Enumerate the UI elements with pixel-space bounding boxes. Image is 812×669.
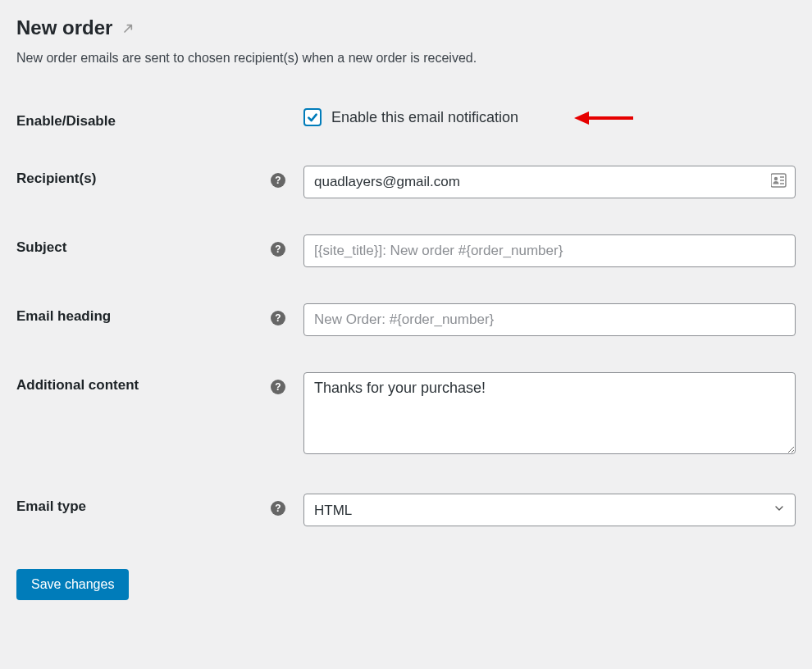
field-email-type-label: Email type — [16, 494, 271, 515]
return-arrow-icon[interactable] — [121, 20, 137, 36]
enable-checkbox-label: Enable this email notification — [331, 109, 518, 126]
annotation-arrow-icon — [574, 110, 633, 130]
field-recipients-label: Recipient(s) — [16, 166, 271, 187]
submit-row: Save changes — [16, 569, 796, 600]
additional-content-textarea[interactable] — [303, 372, 796, 454]
help-icon[interactable]: ? — [271, 501, 285, 516]
email-type-select[interactable]: HTML — [303, 494, 796, 526]
page-header: New order New order emails are sent to c… — [16, 16, 796, 66]
field-email-type: Email type ? HTML — [16, 476, 796, 544]
subject-input[interactable] — [303, 234, 796, 267]
enable-checkbox[interactable] — [303, 108, 322, 126]
svg-marker-1 — [574, 112, 589, 125]
email-heading-input[interactable] — [303, 303, 796, 336]
field-additional-content: Additional content ? — [16, 354, 796, 476]
help-icon[interactable]: ? — [271, 173, 285, 188]
field-enable: Enable/Disable Enable this email notific… — [16, 90, 796, 148]
svg-point-3 — [774, 177, 778, 180]
page-description: New order emails are sent to chosen reci… — [16, 51, 796, 66]
page-title-row: New order — [16, 16, 796, 39]
field-subject: Subject ? — [16, 216, 796, 285]
help-icon[interactable]: ? — [271, 242, 285, 257]
field-subject-label: Subject — [16, 234, 271, 256]
settings-form: Enable/Disable Enable this email notific… — [16, 90, 796, 544]
help-icon[interactable]: ? — [271, 380, 285, 394]
field-additional-content-label: Additional content — [16, 372, 271, 394]
help-icon[interactable]: ? — [271, 311, 285, 325]
contacts-icon[interactable] — [771, 173, 787, 191]
field-recipients: Recipient(s) ? — [16, 148, 796, 216]
save-button[interactable]: Save changes — [16, 569, 129, 600]
recipients-input[interactable] — [303, 166, 796, 198]
page-title: New order — [16, 16, 112, 39]
field-enable-label: Enable/Disable — [16, 108, 271, 130]
field-email-heading: Email heading ? — [16, 285, 796, 354]
field-email-heading-label: Email heading — [16, 303, 271, 325]
